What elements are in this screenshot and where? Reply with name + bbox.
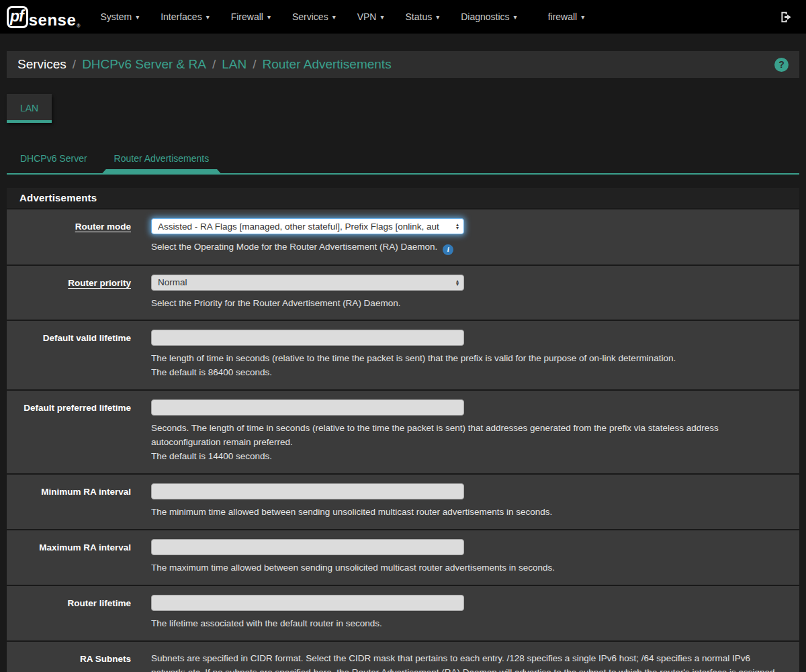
advertisements-panel: Advertisements Router mode Assisted - RA… [7,188,799,672]
logo-pf-mark: pf [7,6,28,28]
form-row-router-priority: Router priority Normal ▴▾ Select the Pri… [7,265,799,320]
help-text: Seconds. The length of time in seconds (… [151,422,785,464]
help-text: Select the Priority for the Router Adver… [151,297,785,311]
help-text: The length of time in seconds (relative … [151,352,785,380]
form-row-default-valid-lifetime: Default valid lifetime The length of tim… [7,320,799,389]
sub-tabs: DHCPv6 Server Router Advertisements [7,148,799,175]
field-label: Router mode [7,218,131,255]
chevron-down-icon: ▾ [581,13,584,21]
field-label: Default preferred lifetime [7,399,131,464]
help-text: Select the Operating Mode for the Router… [151,240,785,255]
breadcrumb-link-lan[interactable]: LAN [222,57,247,72]
menu-status[interactable]: Status▾ [395,1,451,32]
default-valid-lifetime-input[interactable] [151,330,464,346]
info-icon[interactable]: i [443,244,453,255]
chevron-down-icon: ▾ [206,13,210,21]
menu-interfaces[interactable]: Interfaces▾ [150,1,220,32]
tab-lan[interactable]: LAN [7,94,52,123]
router-priority-select[interactable]: Normal ▴▾ [151,275,464,291]
logo-text: sense [29,12,77,28]
main-menu: System▾ Interfaces▾ Firewall▾ Services▾ … [89,1,595,32]
default-preferred-lifetime-input[interactable] [151,399,464,416]
field-label: Maximum RA interval [7,539,131,575]
minimum-ra-interval-input[interactable] [151,483,464,499]
menu-vpn[interactable]: VPN▾ [347,1,395,32]
chevron-down-icon: ▾ [514,13,517,21]
form-row-ra-subnets: RA Subnets Subnets are specified in CIDR… [7,640,799,672]
form-row-default-preferred-lifetime: Default preferred lifetime Seconds. The … [7,389,799,473]
tab-router-advertisements[interactable]: Router Advertisements [101,148,223,173]
help-text: Subnets are specified in CIDR format. Se… [151,651,785,672]
router-lifetime-input[interactable] [151,595,464,611]
field-label: Default valid lifetime [7,330,131,380]
field-label: Router priority [7,275,131,311]
chevron-down-icon: ▾ [332,13,336,21]
select-spinner-icon: ▴▾ [456,223,459,230]
chevron-down-icon: ▾ [136,13,139,21]
help-text: The maximum time allowed between sending… [151,561,785,575]
help-icon[interactable]: ? [774,58,789,72]
field-label: Minimum RA interval [7,483,131,520]
sign-out-icon[interactable] [776,7,797,28]
chevron-down-icon: ▾ [267,13,271,21]
breadcrumb: Services / DHCPv6 Server & RA / LAN / Ro… [7,51,799,78]
field-label: Router lifetime [7,595,131,631]
pfsense-logo[interactable]: pfsense® [7,6,80,28]
maximum-ra-interval-input[interactable] [151,539,464,555]
registered-mark: ® [77,23,80,28]
field-label: RA Subnets [7,651,131,672]
select-spinner-icon: ▴▾ [456,279,459,286]
form-row-minimum-ra-interval: Minimum RA interval The minimum time all… [7,473,799,529]
help-text: The minimum time allowed between sending… [151,506,785,520]
menu-diagnostics[interactable]: Diagnostics▾ [450,1,527,32]
chevron-down-icon: ▾ [380,13,384,21]
breadcrumb-section: Services [17,57,66,72]
form-row-router-mode: Router mode Assisted - RA Flags [managed… [7,208,799,265]
form-row-router-lifetime: Router lifetime The lifetime associated … [7,585,799,640]
chevron-down-icon: ▾ [436,13,439,21]
panel-title: Advertisements [7,188,799,208]
router-mode-select[interactable]: Assisted - RA Flags [managed, other stat… [151,218,464,234]
form-row-maximum-ra-interval: Maximum RA interval The maximum time all… [7,529,799,585]
tab-dhcpv6-server[interactable]: DHCPv6 Server [7,148,101,173]
breadcrumb-link-ra[interactable]: Router Advertisements [262,57,391,72]
menu-hostname[interactable]: firewall▾ [537,1,596,32]
help-text: The lifetime associated with the default… [151,617,785,631]
breadcrumb-link-dhcpv6[interactable]: DHCPv6 Server & RA [82,57,206,72]
top-navbar: pfsense® System▾ Interfaces▾ Firewall▾ S… [0,0,806,34]
menu-firewall[interactable]: Firewall▾ [220,1,281,32]
menu-services[interactable]: Services▾ [281,1,347,32]
interface-tabs: LAN [7,94,799,123]
menu-system[interactable]: System▾ [89,1,150,32]
